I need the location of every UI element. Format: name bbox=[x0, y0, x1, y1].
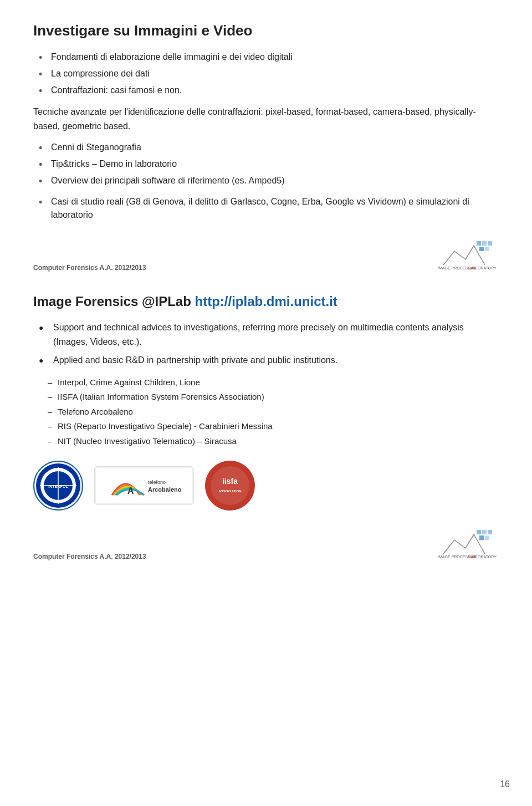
svg-text:ORATORY: ORATORY bbox=[478, 266, 497, 270]
iisfa-logo: iisfa ASSOCIATION bbox=[205, 461, 255, 511]
svg-rect-4 bbox=[488, 241, 492, 246]
section2: Image Forensics @IPLab http://iplab.dmi.… bbox=[33, 294, 499, 560]
dash-item: Telefono Arcobaleno bbox=[48, 406, 499, 419]
section2-footer-label: Computer Forensics A.A. 2012/2013 bbox=[33, 553, 146, 560]
section1-footer-label: Computer Forensics A.A. 2012/2013 bbox=[33, 264, 146, 272]
svg-rect-22 bbox=[477, 530, 481, 534]
svg-rect-1 bbox=[482, 241, 487, 246]
svg-rect-2 bbox=[479, 247, 484, 251]
dash-item: Interpol, Crime Against Children, Lione bbox=[48, 376, 499, 389]
svg-point-19 bbox=[211, 466, 249, 505]
circle-bullet-item-2: Applied and basic R&D in partnership wit… bbox=[39, 353, 499, 368]
svg-text:LAB: LAB bbox=[468, 266, 476, 270]
iplab-logo-bottom: IMAGE PROCESSING LAB ORATORY bbox=[432, 527, 499, 560]
telefono-arcobaleno-logo: A telefono Arcobaleno bbox=[94, 466, 194, 505]
svg-text:ORATORY: ORATORY bbox=[478, 555, 497, 559]
iplab-logo-bottom-svg: IMAGE PROCESSING LAB ORATORY bbox=[438, 529, 499, 559]
bullet-item: Cenni di Steganografia bbox=[39, 141, 499, 154]
section1-bullets: Fondamenti di elaborazione delle immagin… bbox=[33, 50, 499, 97]
section2-footer: Computer Forensics A.A. 2012/2013 IMAGE … bbox=[33, 527, 499, 560]
svg-rect-24 bbox=[479, 535, 484, 540]
page-number: 16 bbox=[500, 779, 510, 789]
circle-bullet-item-1: Support and technical advices to investi… bbox=[39, 320, 499, 349]
iplab-logo-svg: IMAGE PROCESSING LAB ORATORY bbox=[438, 240, 499, 271]
section2-heading-text: Image Forensics @IPLab bbox=[33, 294, 191, 309]
svg-text:iisfa: iisfa bbox=[222, 477, 238, 486]
dash-item: NIT (Nucleo Investigativo Telematico) – … bbox=[48, 435, 499, 448]
tech-text: Tecniche avanzate per l'identificazione … bbox=[33, 105, 499, 133]
section2-circle-bullets: Support and technical advices to investi… bbox=[33, 320, 499, 368]
iplab-link[interactable]: http://iplab.dmi.unict.it bbox=[195, 294, 337, 309]
svg-rect-0 bbox=[477, 241, 481, 246]
telefono-logo-svg: A telefono Arcobaleno bbox=[95, 467, 193, 504]
svg-text:telefono: telefono bbox=[148, 479, 166, 485]
interpol-logo: INTERPOL bbox=[33, 461, 83, 511]
svg-rect-14 bbox=[95, 467, 193, 504]
bullet-item: Contraffazioni: casi famosi e non. bbox=[39, 84, 499, 97]
svg-text:INTERPOL: INTERPOL bbox=[48, 484, 68, 488]
svg-text:LAB: LAB bbox=[468, 555, 476, 559]
dash-item: RIS (Reparto Investigativo Speciale) - C… bbox=[48, 420, 499, 433]
bullet-item: La compressione dei dati bbox=[39, 67, 499, 80]
page-title: Investigare su Immagini e Video bbox=[33, 22, 499, 39]
svg-rect-3 bbox=[485, 247, 489, 251]
bullet-item: Tip&tricks – Demo in laboratorio bbox=[39, 157, 499, 171]
casi-bullet-list: Casi di studio reali (G8 di Genova, il d… bbox=[33, 195, 499, 222]
section2-heading: Image Forensics @IPLab http://iplab.dmi.… bbox=[33, 294, 499, 309]
svg-rect-26 bbox=[488, 530, 492, 534]
cenni-bullets: Cenni di Steganografia Tip&tricks – Demo… bbox=[33, 141, 499, 187]
bullet-item: Fondamenti di elaborazione delle immagin… bbox=[39, 50, 499, 64]
logo-row: INTERPOL A telefono Arcobaleno bbox=[33, 461, 499, 511]
svg-rect-23 bbox=[482, 530, 487, 534]
iisfa-logo-svg: iisfa ASSOCIATION bbox=[206, 462, 254, 509]
svg-text:Arcobaleno: Arcobaleno bbox=[148, 486, 182, 493]
section1-footer: Computer Forensics A.A. 2012/2013 IMAGE … bbox=[33, 238, 499, 272]
interpol-logo-svg: INTERPOL bbox=[34, 462, 82, 509]
iplab-logo-top: IMAGE PROCESSING LAB ORATORY bbox=[432, 238, 499, 272]
dash-item: IISFA (Italian Information System Forens… bbox=[48, 391, 499, 404]
svg-rect-25 bbox=[485, 535, 489, 540]
section2-dash-list: Interpol, Crime Against Children, Lione … bbox=[33, 376, 499, 448]
casi-bullet-item: Casi di studio reali (G8 di Genova, il d… bbox=[39, 195, 499, 222]
bullet-item: Overview dei principali software di rife… bbox=[39, 174, 499, 187]
svg-text:A: A bbox=[127, 486, 134, 496]
svg-text:ASSOCIATION: ASSOCIATION bbox=[218, 489, 241, 493]
